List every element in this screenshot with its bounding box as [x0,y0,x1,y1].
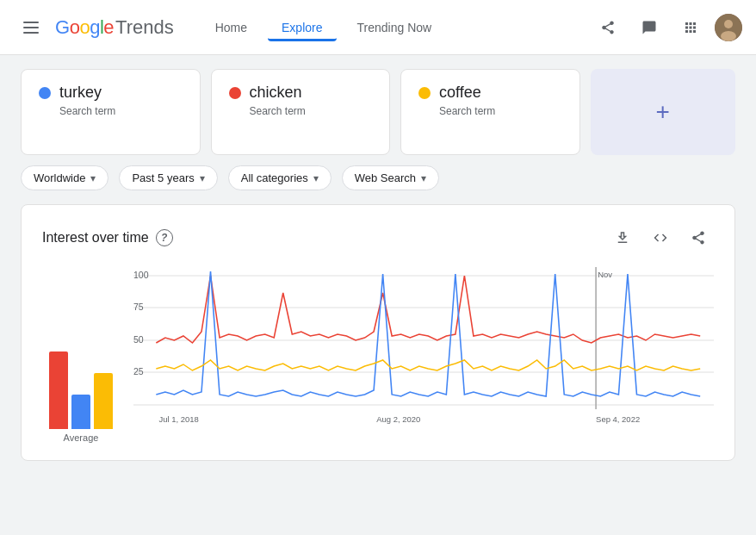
add-icon: + [656,98,670,126]
coffee-dot [418,87,431,99]
avatar[interactable] [715,14,742,41]
main-content: turkey Search term chicken Search term c… [0,55,756,475]
header-actions [591,10,742,45]
coffee-line [156,360,700,370]
help-icon[interactable]: ? [156,229,173,246]
download-icon[interactable] [607,222,638,253]
search-term-coffee[interactable]: coffee Search term [400,69,580,155]
interest-over-time-card: Interest over time ? [21,204,735,461]
svg-rect-2 [23,32,39,34]
share-icon[interactable] [591,10,625,45]
chevron-down-icon: ▾ [200,172,205,184]
chart-share-icon[interactable] [683,222,714,253]
message-icon[interactable] [632,10,666,45]
apps-icon[interactable] [673,10,708,45]
filter-worldwide[interactable]: Worldwide ▾ [21,165,108,190]
add-search-term-card[interactable]: + [591,69,736,155]
svg-rect-1 [23,27,39,28]
svg-text:Aug 2, 2020: Aug 2, 2020 [376,415,420,424]
avg-bar-chicken [49,351,68,429]
svg-text:Nov: Nov [598,271,612,279]
svg-text:Jul 1, 2018: Jul 1, 2018 [158,415,198,424]
nav-trending-now[interactable]: Trending Now [344,14,446,41]
filter-past5years[interactable]: Past 5 years ▾ [119,165,217,190]
trend-chart-svg: 100 75 50 25 Nov Jul 1, 2018 Aug 2, [133,267,714,439]
filter-websearch[interactable]: Web Search ▾ [342,165,439,190]
turkey-dot [39,87,51,99]
chevron-down-icon: ▾ [90,172,96,184]
filter-allcategories[interactable]: All categories ▾ [228,165,332,190]
coffee-name: coffee [439,84,481,102]
svg-rect-0 [23,22,39,23]
chart-header: Interest over time ? [42,222,714,253]
avg-label: Average [64,432,99,443]
menu-icon[interactable] [14,10,48,45]
google-wordmark: Google [55,16,114,39]
chicken-line [156,276,700,343]
chicken-type: Search term [229,105,373,117]
chevron-down-icon: ▾ [313,172,319,184]
svg-text:75: 75 [133,302,144,312]
nav-home[interactable]: Home [201,14,261,41]
header: Google Trends Home Explore Trending Now [0,0,756,55]
main-nav: Home Explore Trending Now [201,14,591,41]
search-term-chicken[interactable]: chicken Search term [211,69,391,155]
svg-point-4 [724,20,733,28]
filters-row: Worldwide ▾ Past 5 years ▾ All categorie… [21,165,735,190]
svg-text:25: 25 [133,367,144,376]
svg-point-5 [721,31,736,41]
chicken-dot [229,87,241,99]
avg-bar-turkey [71,395,90,429]
avg-bar-coffee [94,373,113,429]
search-term-turkey[interactable]: turkey Search term [21,69,201,155]
nav-explore[interactable]: Explore [268,14,336,41]
chart-title-group: Interest over time ? [42,229,173,246]
coffee-type: Search term [418,105,562,117]
turkey-type: Search term [39,105,183,117]
chicken-name: chicken [250,84,302,102]
chart-actions [607,222,714,253]
trends-wordmark: Trends [115,16,174,39]
svg-text:50: 50 [133,335,144,345]
svg-text:Sep 4, 2022: Sep 4, 2022 [596,415,640,424]
turkey-name: turkey [59,84,102,102]
svg-text:100: 100 [133,271,149,280]
chart-average: Average [42,267,120,443]
chart-main: 100 75 50 25 Nov Jul 1, 2018 Aug 2, [133,267,714,443]
logo: Google Trends [55,16,174,39]
avg-bars [49,308,113,429]
search-terms-row: turkey Search term chicken Search term c… [21,69,735,155]
embed-icon[interactable] [645,222,676,253]
chart-title: Interest over time [42,230,149,246]
chart-area: Average 100 75 50 25 [42,267,714,443]
chevron-down-icon: ▾ [421,172,426,184]
